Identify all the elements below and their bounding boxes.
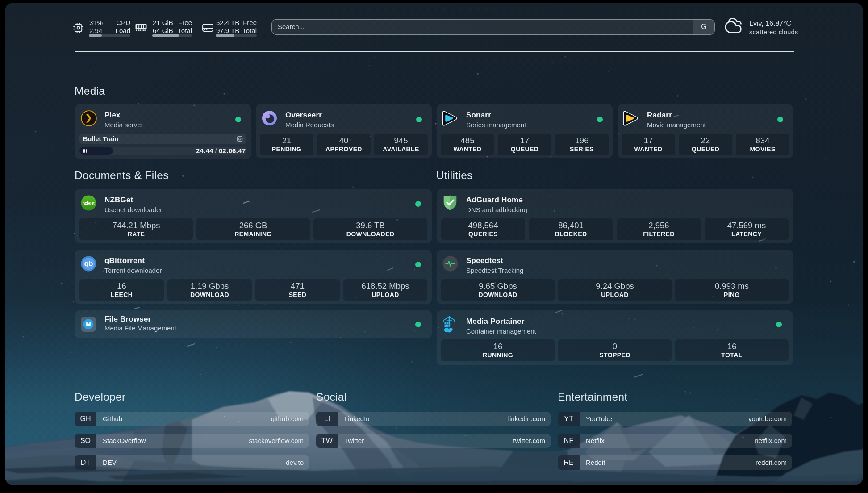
svg-text:qb: qb	[84, 259, 93, 267]
svg-text:nzbget: nzbget	[83, 201, 95, 205]
